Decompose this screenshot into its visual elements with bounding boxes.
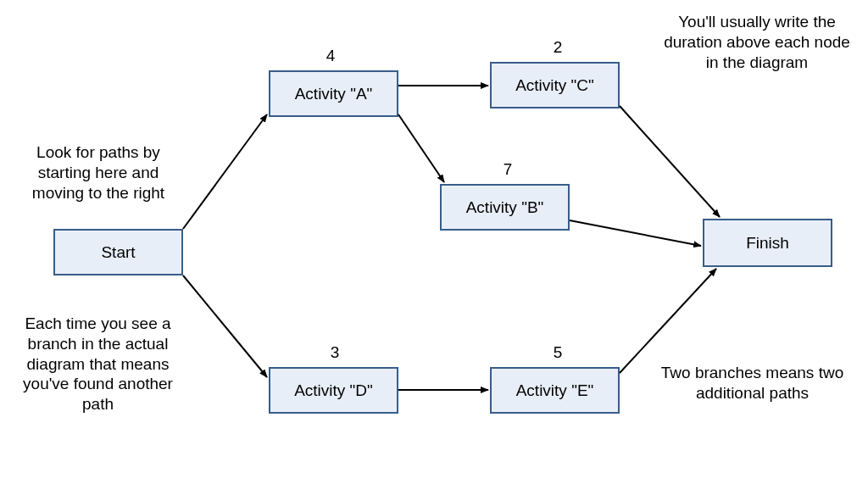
node-finish: Finish (703, 219, 832, 267)
duration-a: 4 (314, 47, 348, 65)
node-b-label: Activity "B" (466, 198, 544, 217)
node-e-label: Activity "E" (516, 381, 594, 400)
node-d-label: Activity "D" (294, 381, 373, 400)
node-start-label: Start (101, 243, 135, 262)
edge-e-finish (620, 269, 716, 373)
edge-a-b (398, 114, 444, 182)
node-e: Activity "E" (490, 367, 620, 414)
duration-d: 3 (318, 343, 352, 362)
duration-c: 2 (541, 38, 575, 57)
annotation-top-left: Look for paths by starting here and movi… (14, 142, 183, 203)
annotation-bottom-left: Each time you see a branch in the actual… (15, 314, 181, 414)
node-a-label: Activity "A" (295, 85, 373, 103)
edge-start-a (183, 114, 267, 229)
node-a: Activity "A" (269, 70, 398, 117)
node-finish-label: Finish (746, 234, 789, 253)
duration-b: 7 (491, 160, 525, 179)
node-c-label: Activity "C" (515, 76, 594, 95)
node-b: Activity "B" (440, 184, 570, 231)
annotation-bottom-right: Two branches means two additional paths (657, 363, 848, 403)
annotation-top-right: You'll usually write the duration above … (664, 12, 850, 72)
edge-start-d (183, 275, 267, 377)
node-start: Start (53, 229, 183, 275)
duration-e: 5 (541, 343, 575, 362)
node-d: Activity "D" (269, 367, 398, 414)
node-c: Activity "C" (490, 62, 620, 108)
edge-b-finish (570, 220, 701, 246)
edge-c-finish (620, 106, 720, 217)
